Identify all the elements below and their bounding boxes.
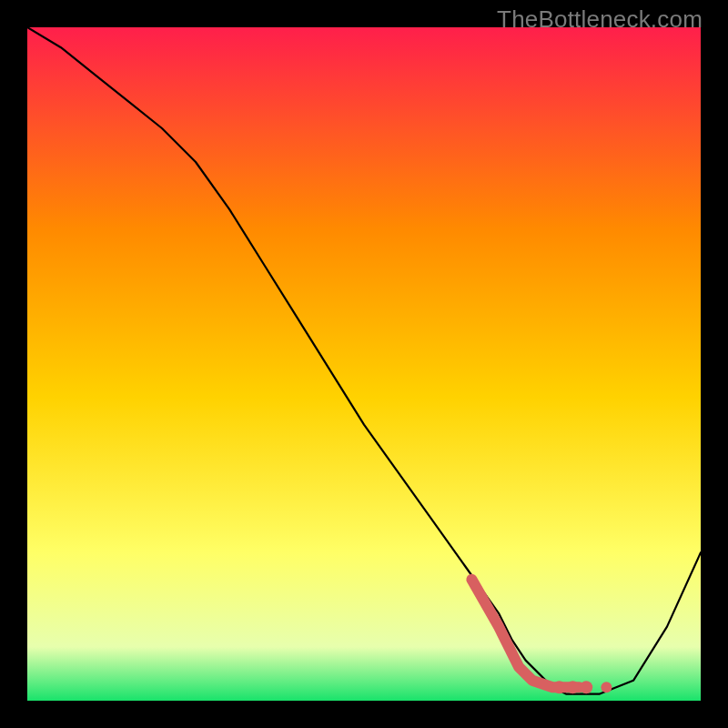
chart-plot-area (27, 27, 701, 701)
highlight-dot (553, 681, 566, 693)
highlight-dot (566, 681, 579, 693)
highlight-dot (601, 682, 612, 693)
chart-background-gradient (27, 27, 701, 701)
chart-svg (27, 27, 701, 701)
chart-frame: { "watermark": "TheBottleneck.com", "col… (0, 0, 728, 728)
highlight-dot (580, 681, 592, 693)
